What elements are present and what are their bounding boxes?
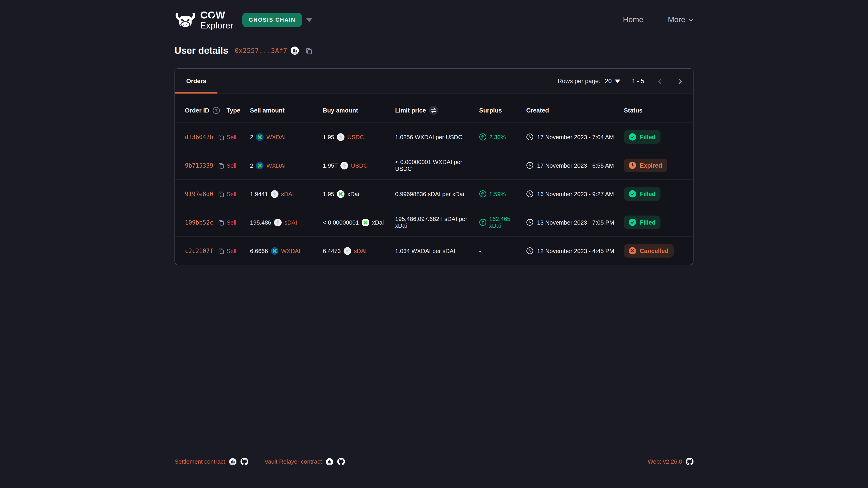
sell-amount: 195.486 (250, 219, 271, 226)
xdai-token-icon (337, 190, 345, 198)
vault-relayer-contract-link[interactable]: Vault Relayer contract (265, 458, 322, 465)
copy-icon[interactable] (218, 248, 224, 254)
main-content: User details 0x2557...3Af7 (175, 32, 693, 265)
sell-token-link[interactable]: WXDAI (281, 248, 301, 254)
brand-name: COW (200, 10, 226, 20)
order-type: Sell (226, 133, 236, 140)
chevron-down-icon (688, 18, 693, 22)
order-type: Sell (226, 191, 236, 197)
sell-token-link[interactable]: sDAI (281, 191, 294, 197)
limit-price: 1.034 WXDAI per sDAI (395, 248, 455, 254)
order-type: Sell (226, 162, 236, 169)
page-title: User details (175, 45, 228, 56)
chain-selector[interactable]: GNOSIS CHAIN (242, 13, 312, 27)
order-id-link[interactable]: 9197e8d0 (185, 191, 213, 197)
page-range: 1 - 5 (632, 78, 644, 85)
orders-table: Order ID ? Type Sell amount Buy amount L… (175, 94, 693, 265)
status-badge: Filled (624, 187, 661, 201)
sell-token-link[interactable]: WXDAI (266, 133, 285, 140)
order-id-link[interactable]: df36042b (185, 133, 213, 140)
next-page-button[interactable] (676, 77, 684, 85)
created-date: 17 November 2023 - 7:04 AM (537, 133, 614, 140)
clock-icon (526, 133, 533, 140)
buy-token-label: xDai (372, 219, 384, 226)
buy-amount: 1.95 (323, 191, 334, 197)
chevron-down-icon (306, 18, 312, 22)
generic-token-icon (337, 133, 345, 141)
generic-token-icon (271, 190, 278, 198)
brand-subtitle: Explorer (200, 21, 233, 30)
created-date: 13 November 2023 - 7:05 PM (537, 219, 614, 226)
buy-token-link[interactable]: USDC (351, 162, 368, 169)
sell-token-link[interactable]: sDAI (284, 219, 297, 226)
buy-amount: < 0.00000001 (323, 219, 359, 226)
status-badge: Cancelled (624, 244, 674, 258)
order-id-link[interactable]: 109bb52c (185, 219, 213, 226)
surplus-up-icon (479, 219, 487, 226)
table-row[interactable]: df36042b Sell 2 WXDAI 1.95 USDC 1.0256 W… (175, 123, 693, 151)
table-row[interactable]: 9197e8d0 Sell 1.9441 sDAI 1.95 xDai 0.99… (175, 180, 693, 208)
copy-address-icon[interactable] (305, 47, 313, 55)
nav-home[interactable]: Home (623, 15, 644, 24)
nav-more[interactable]: More (668, 15, 693, 24)
previous-page-button[interactable] (656, 77, 664, 85)
surplus-value: - (479, 162, 481, 169)
table-row[interactable]: c2c2107f Sell 6.6666 WXDAI 6.4473 sDAI 1… (175, 236, 693, 265)
order-id-link[interactable]: 9b715339 (185, 162, 213, 169)
col-limit-price: Limit price (395, 107, 426, 113)
user-address[interactable]: 0x2557...3Af7 (235, 47, 287, 54)
sell-token-link[interactable]: WXDAI (266, 162, 285, 169)
surplus-value: 162.465 xDai (489, 216, 521, 229)
help-icon[interactable]: ? (213, 106, 220, 114)
filled-check-icon (629, 190, 636, 197)
explorer-dial-icon[interactable] (229, 458, 237, 465)
rows-per-page-label: Rows per page: (558, 78, 600, 85)
copy-icon[interactable] (218, 191, 224, 197)
col-created: Created (526, 94, 624, 123)
clock-icon (526, 247, 533, 254)
github-icon[interactable] (686, 458, 693, 465)
col-type: Type (226, 94, 250, 123)
address-identicon (291, 46, 299, 55)
surplus-up-icon (479, 133, 487, 140)
buy-token-link[interactable]: sDAI (354, 248, 367, 254)
limit-price: 195,486,097.682T sDAI per xDai (395, 216, 467, 229)
order-type: Sell (226, 248, 236, 254)
brand-logo[interactable]: COW Explorer (175, 10, 233, 30)
status-badge: Filled (624, 130, 661, 144)
table-row[interactable]: 9b715339 Sell 2 WXDAI 1.95T USDC < 0.000… (175, 151, 693, 180)
svg-text:?: ? (215, 108, 218, 113)
col-sell-amount: Sell amount (250, 94, 323, 123)
cow-logo-icon (175, 12, 196, 27)
order-id-link[interactable]: c2c2107f (185, 248, 213, 254)
top-bar: COW Explorer GNOSIS CHAIN Home More (0, 0, 868, 32)
col-buy-amount: Buy amount (323, 94, 395, 123)
limit-price: 1.0256 WXDAI per USDC (395, 133, 463, 140)
github-icon[interactable] (241, 458, 248, 465)
sell-amount: 2 (250, 162, 253, 169)
generic-token-icon (274, 219, 282, 226)
generic-token-icon (341, 162, 348, 169)
copy-icon[interactable] (218, 219, 224, 226)
copy-icon[interactable] (218, 162, 224, 169)
swap-price-direction-icon[interactable] (429, 106, 438, 115)
explorer-dial-icon[interactable] (326, 458, 333, 465)
status-badge: Expired (624, 159, 667, 172)
table-row[interactable]: 109bb52c Sell 195.486 sDAI < 0.00000001 … (175, 208, 693, 236)
github-icon[interactable] (337, 458, 345, 465)
buy-token-link[interactable]: USDC (347, 133, 364, 140)
clock-icon (526, 162, 533, 169)
wxdai-token-icon (256, 133, 264, 141)
copy-icon[interactable] (218, 133, 224, 140)
chain-selector-label: GNOSIS CHAIN (242, 13, 302, 27)
col-surplus: Surplus (479, 94, 526, 123)
status-badge: Filled (624, 216, 661, 229)
buy-token-label: xDai (347, 191, 359, 197)
tab-orders[interactable]: Orders (175, 69, 218, 94)
sell-amount: 2 (250, 133, 253, 140)
settlement-contract-link[interactable]: Settlement contract (175, 458, 225, 465)
filled-check-icon (629, 133, 636, 140)
rows-per-page-select[interactable]: 20 (605, 78, 620, 85)
web-version-label[interactable]: Web: v2.26.0 (648, 458, 682, 465)
orders-panel: Orders Rows per page: 20 1 - 5 (175, 68, 693, 265)
